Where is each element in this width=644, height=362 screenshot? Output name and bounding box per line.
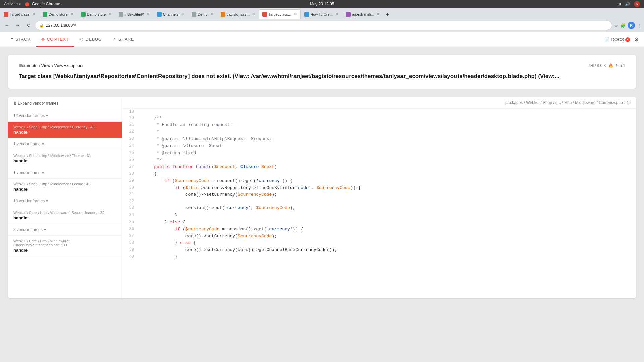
- tab-target-class-active[interactable]: Target class... ✕: [259, 9, 301, 19]
- code-line-28: 28 {: [122, 171, 636, 178]
- code-line-27: 27 public function handle($request, Clos…: [122, 164, 636, 171]
- tab-close-icon[interactable]: ✕: [210, 12, 213, 16]
- line-number: 25: [122, 150, 138, 156]
- nav-stack[interactable]: ≡ STACK: [5, 32, 36, 47]
- vendor-frames-toggle-4[interactable]: 18 vendor frames ▾: [8, 195, 122, 207]
- vendor-frames-toggle-1[interactable]: 12 vendor frames ▾: [8, 110, 122, 121]
- back-button[interactable]: ←: [3, 21, 11, 30]
- stack-label: STACK: [15, 37, 31, 42]
- chrome-label[interactable]: Google Chrome: [25, 2, 60, 6]
- error-card: Illuminate \ View \ ViewException PHP 8.…: [8, 55, 636, 89]
- code-line-29: 29 if ($currencyCode = request()->get('c…: [122, 178, 636, 185]
- line-number: 37: [122, 233, 138, 239]
- chevron-down-icon: ▾: [42, 142, 44, 146]
- tab-favicon: [262, 12, 267, 17]
- vendor-frames-toggle-2[interactable]: 1 vendor frame ▾: [8, 138, 122, 150]
- code-line-35: 35 } else {: [122, 219, 636, 226]
- tab-label: index.html#: [125, 12, 144, 16]
- error-meta: Illuminate \ View \ ViewException PHP 8.…: [19, 63, 625, 68]
- vendor-frames-toggle-3[interactable]: 1 vendor frame ▾: [8, 167, 122, 178]
- tab-close-icon[interactable]: ✕: [181, 12, 184, 16]
- extensions-icon[interactable]: 🧩: [620, 23, 626, 28]
- frame-method: handle: [13, 158, 116, 163]
- expand-vendor-button[interactable]: ⇅ Expand vendor frames: [8, 97, 122, 110]
- line-code: core()->setCurrency($currencyCode);: [138, 191, 636, 198]
- context-icon: ◈: [41, 37, 45, 42]
- frame-method: handle: [13, 187, 116, 192]
- stack-frame-currency[interactable]: Webkul \ Shop \ Http \ Middleware \ Curr…: [8, 122, 122, 138]
- tab-channels[interactable]: Channels ✕: [153, 9, 188, 19]
- chevron-down-icon: ▾: [46, 199, 48, 203]
- line-code: */: [138, 157, 636, 164]
- error-message: Target class [Webkul\taniyaar\Repositori…: [19, 72, 625, 81]
- tab-close-icon[interactable]: ✕: [147, 12, 150, 16]
- tab-close-icon[interactable]: ✕: [335, 12, 338, 16]
- nav-share[interactable]: ↗ SHARE: [107, 32, 140, 47]
- line-number: 19: [122, 109, 138, 115]
- tab-how-to[interactable]: How To Cre... ✕: [301, 9, 342, 19]
- bookmark-icon[interactable]: ☆: [614, 23, 618, 28]
- tab-bagisto[interactable]: bagisto_ass... ✕: [217, 9, 259, 19]
- line-code: {: [138, 171, 636, 178]
- browser-chrome: Target class ✕ Demo store ✕ Demo store ✕…: [0, 8, 644, 32]
- nav-context[interactable]: ◈ CONTEXT: [36, 32, 74, 47]
- tab-rupesh[interactable]: rupesh mali... ✕: [342, 9, 383, 19]
- tab-close-icon[interactable]: ✕: [252, 12, 255, 16]
- frame-method: handle: [13, 248, 116, 253]
- nav-debug[interactable]: ◎ DEBUG: [74, 32, 107, 47]
- stack-frame-secureheaders[interactable]: Webkul \ Core \ Http \ Middleware \ Secu…: [8, 207, 122, 224]
- lock-icon: 🔒: [39, 23, 44, 28]
- line-code: * @param \Illuminate\Http\Request $reque…: [138, 136, 636, 143]
- tab-close-icon[interactable]: ✕: [377, 12, 380, 16]
- line-code: if ($currencyCode = request()->get('curr…: [138, 178, 636, 185]
- menu-icon[interactable]: ⋮: [637, 23, 641, 28]
- line-code: if ($this->currencyRepository->findOneBy…: [138, 185, 636, 192]
- stack-frame-locale[interactable]: Webkul \ Shop \ Http \ Middleware \ Loca…: [8, 179, 122, 195]
- exception-class: Illuminate \ View \ ViewException: [19, 63, 83, 68]
- profile-icon[interactable]: R: [628, 22, 635, 29]
- tab-close-icon[interactable]: ✕: [108, 12, 111, 16]
- tab-demo-1[interactable]: Demo store ✕: [39, 9, 77, 19]
- line-number: 32: [122, 198, 138, 205]
- line-number: 23: [122, 136, 138, 142]
- tab-favicon: [346, 12, 351, 17]
- line-code: if ($currencyCode = session()->get('curr…: [138, 226, 636, 233]
- stack-icon: ≡: [11, 37, 13, 42]
- stack-frame-maintenance[interactable]: Webkul \ Core \ Http \ Middleware \ Chec…: [8, 236, 122, 256]
- tab-label: Demo store: [87, 12, 106, 16]
- line-code: }: [138, 212, 636, 219]
- address-actions: ☆ 🧩 R ⋮: [614, 22, 641, 29]
- frame-path: Webkul \ Shop \ Http \ Middleware \ Loca…: [13, 182, 116, 186]
- code-line-32: 32: [122, 198, 636, 205]
- tab-demo-3[interactable]: Demo ✕: [188, 9, 217, 19]
- tab-favicon: [43, 12, 47, 17]
- line-number: 29: [122, 178, 138, 184]
- tab-index[interactable]: index.html# ✕: [115, 9, 153, 19]
- vendor-frames-group-1: 12 vendor frames ▾: [8, 110, 122, 122]
- vendor-frames-toggle-5[interactable]: 8 vendor frames ▾: [8, 224, 122, 235]
- settings-icon[interactable]: ⚙: [634, 36, 639, 43]
- code-line-30: 30 if ($this->currencyRepository->findOn…: [122, 185, 636, 192]
- line-number: 21: [122, 122, 138, 128]
- code-line-21: 21 * Handle an incoming request.: [122, 122, 636, 129]
- ignition-version: 9.5.1: [616, 63, 625, 68]
- code-line-22: 22 *: [122, 129, 636, 136]
- reload-button[interactable]: ↻: [24, 21, 33, 30]
- tab-favicon: [157, 12, 162, 17]
- stack-frame-theme[interactable]: Webkul \ Shop \ Http \ Middleware \ Them…: [8, 150, 122, 167]
- docs-button[interactable]: 📄 DOCS ●: [604, 37, 630, 42]
- forward-button[interactable]: →: [13, 21, 22, 30]
- tab-close-icon[interactable]: ✕: [294, 12, 297, 16]
- os-user-icon[interactable]: R: [634, 1, 640, 7]
- new-tab-button[interactable]: +: [383, 11, 392, 19]
- tab-close-icon[interactable]: ✕: [32, 12, 35, 16]
- vendor-count-label: 1 vendor frame: [13, 142, 41, 146]
- ignition-toolbar: ≡ STACK ◈ CONTEXT ◎ DEBUG ↗ SHARE 📄 DOCS…: [0, 32, 644, 47]
- php-version: PHP 8.0.8: [588, 63, 606, 68]
- tab-close-icon[interactable]: ✕: [70, 12, 73, 16]
- tab-target-class-1[interactable]: Target class ✕: [0, 9, 39, 19]
- tab-bar: Target class ✕ Demo store ✕ Demo store ✕…: [0, 8, 644, 19]
- activities-label[interactable]: Activities: [4, 2, 20, 6]
- url-bar[interactable]: 🔒 127.0.0.1:8000/#: [35, 21, 612, 30]
- tab-demo-2[interactable]: Demo store ✕: [77, 9, 115, 19]
